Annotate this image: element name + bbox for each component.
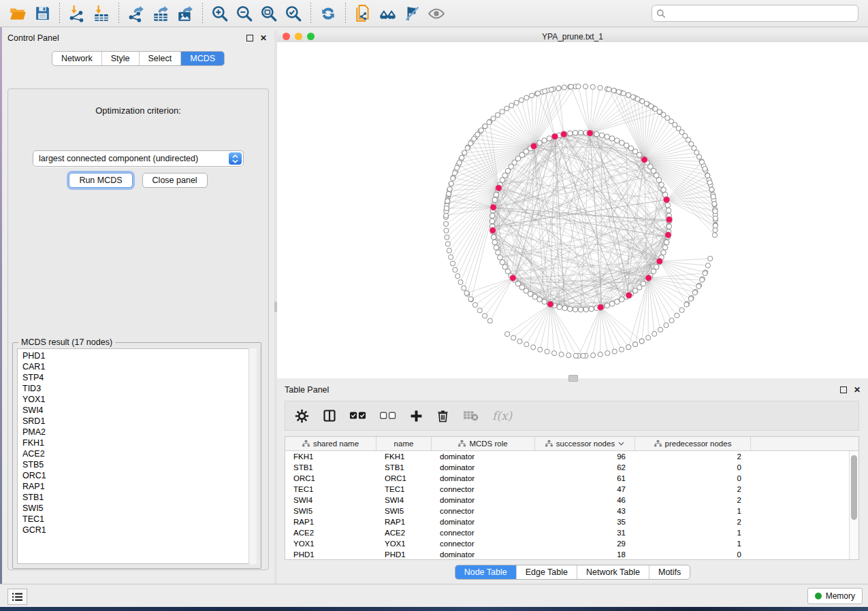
graph-node[interactable] [661,250,666,255]
gear-icon[interactable] [295,409,309,423]
graph-node[interactable] [692,290,697,295]
graph-node[interactable] [708,256,713,261]
select-all-checkboxes-icon[interactable] [350,412,366,420]
export-table-icon[interactable] [148,3,173,24]
tab-select[interactable]: Select [139,52,181,65]
graph-node[interactable] [656,178,662,183]
tab-mcds[interactable]: MCDS [180,52,224,65]
graph-node[interactable] [449,181,453,186]
graph-hub-node[interactable] [666,216,673,223]
graph-node[interactable] [519,98,524,103]
graph-node[interactable] [472,136,477,141]
graph-node[interactable] [605,134,610,139]
graph-node[interactable] [620,297,625,302]
graph-node[interactable] [573,307,578,312]
graph-node[interactable] [495,112,500,117]
graph-node[interactable] [475,132,480,137]
graph-node[interactable] [568,84,573,89]
graph-node[interactable] [444,206,449,211]
graph-node[interactable] [562,85,566,90]
column-header-predecessor-nodes[interactable]: predecessor nodes [635,437,751,450]
graph-node[interactable] [658,327,662,332]
export-network-icon[interactable] [124,3,148,24]
table-scrollbar[interactable] [849,451,858,559]
graph-node[interactable] [705,173,710,178]
graph-node[interactable] [477,308,482,313]
graph-node[interactable] [624,143,629,148]
zoom-selected-icon[interactable] [281,3,306,24]
graph-node[interactable] [646,335,651,340]
graph-hub-node[interactable] [551,133,558,140]
graph-node[interactable] [460,155,464,160]
graph-node[interactable] [626,93,630,97]
graph-hub-node[interactable] [626,292,632,299]
graph-hub-node[interactable] [496,185,502,192]
graph-node[interactable] [713,216,718,220]
graph-node[interactable] [537,140,543,146]
graph-node[interactable] [468,141,473,146]
graph-node[interactable] [568,131,573,136]
graph-node[interactable] [551,351,556,356]
graph-node[interactable] [583,84,588,89]
mcds-result-item[interactable]: ACE2 [18,448,256,459]
mcds-result-item[interactable]: FKH1 [18,437,256,448]
hide-selected-flag-icon[interactable] [400,3,424,24]
graph-node[interactable] [705,263,710,268]
graph-node[interactable] [712,201,717,206]
graph-node[interactable] [511,335,516,340]
graph-node[interactable] [599,133,605,138]
graph-node[interactable] [504,331,509,336]
graph-node[interactable] [688,296,693,301]
graph-node[interactable] [514,100,519,105]
network-graph[interactable] [277,42,868,378]
mcds-result-list[interactable]: PHD1CAR1STP4TID3YOX1SWI4SRD1PMA2FKH1ACE2… [17,348,257,564]
mcds-result-item[interactable]: GCR1 [18,525,256,535]
graph-node[interactable] [494,193,499,198]
graph-node[interactable] [492,240,498,245]
graph-node[interactable] [578,130,583,135]
graph-node[interactable] [491,235,496,240]
graph-node[interactable] [632,342,637,346]
network-window-titlebar[interactable]: YPA_prune.txt_1 [277,31,868,43]
graph-node[interactable] [549,87,553,92]
graph-node[interactable] [611,88,616,93]
mcds-result-item[interactable]: STB1 [18,492,256,503]
tab-motifs[interactable]: Motifs [649,565,690,579]
graph-node[interactable] [487,120,492,125]
graph-node[interactable] [489,213,495,218]
graph-node[interactable] [445,199,450,203]
column-header-name[interactable]: name [376,437,432,450]
graph-node[interactable] [626,345,631,350]
table-row[interactable]: YOX1YOX1connector291 [285,538,858,549]
graph-hub-node[interactable] [489,227,496,234]
graph-node[interactable] [635,97,640,101]
graph-node[interactable] [449,254,453,259]
graph-hub-node[interactable] [587,130,594,137]
graph-node[interactable] [609,136,615,142]
memory-button[interactable]: Memory [807,588,863,604]
mcds-list-scrollbar[interactable] [248,348,257,564]
table-row[interactable]: STB1STB1dominator620 [285,462,858,473]
graph-node[interactable] [462,150,467,155]
graph-node[interactable] [443,221,448,226]
graph-node[interactable] [464,291,469,295]
graph-node[interactable] [458,280,463,284]
graph-node[interactable] [699,160,704,165]
graph-node[interactable] [669,318,674,323]
graph-node[interactable] [457,161,462,165]
tab-edge-table[interactable]: Edge Table [516,565,577,579]
mcds-result-item[interactable]: STB5 [18,459,256,470]
graph-node[interactable] [447,248,451,253]
graph-node[interactable] [445,235,449,240]
graph-node[interactable] [444,213,449,218]
graph-node[interactable] [500,260,505,265]
graph-node[interactable] [483,124,487,129]
graph-node[interactable] [444,228,449,233]
graph-node[interactable] [543,89,547,94]
graph-node[interactable] [712,233,717,237]
import-table-icon[interactable] [89,3,114,24]
scrollbar-thumb[interactable] [851,455,857,520]
close-panel-icon[interactable]: ✕ [258,33,269,44]
graph-node[interactable] [559,352,564,357]
graph-node[interactable] [696,154,701,159]
